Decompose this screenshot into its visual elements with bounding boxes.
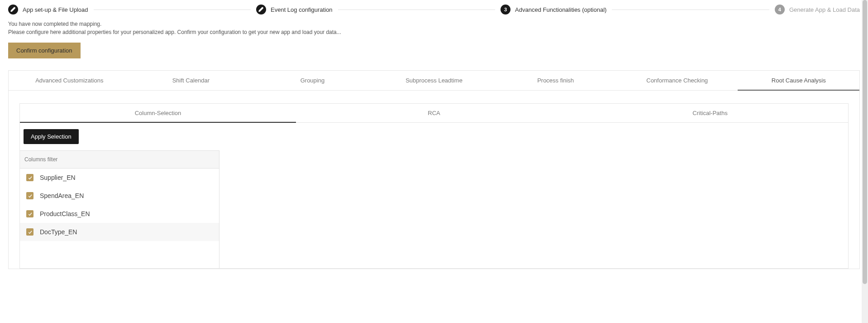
step-1-label: App set-up & File Upload [23,6,88,13]
checkbox-checked-icon[interactable] [26,228,33,236]
step-3-label: Advanced Functionalities (optional) [515,6,606,13]
column-label: ProductClass_EN [40,210,90,217]
inner-panel: Column-Selection RCA Critical-Paths Appl… [19,103,849,269]
tab-rca[interactable]: RCA [296,104,572,122]
inner-tabs: Column-Selection RCA Critical-Paths [20,104,848,123]
intro-section: You have now completed the mapping. Plea… [0,20,868,58]
intro-line-2: Please configure here additional propert… [8,28,860,36]
apply-selection-button[interactable]: Apply Selection [24,129,79,144]
tab-subprocess-leadtime[interactable]: Subprocess Leadtime [373,71,495,90]
step-1[interactable]: App set-up & File Upload [8,5,88,14]
step-connector [338,10,495,10]
tab-grouping[interactable]: Grouping [252,71,373,90]
step-number-icon: 4 [775,5,785,14]
step-connector [612,10,769,10]
step-2[interactable]: Event Log configuration [256,5,333,14]
column-row[interactable]: ProductClass_EN [20,205,219,223]
tab-advanced-customizations[interactable]: Advanced Customizations [9,71,130,90]
step-3[interactable]: 3 Advanced Functionalities (optional) [501,5,606,14]
column-row[interactable]: SpendArea_EN [20,187,219,205]
step-number-icon: 3 [501,5,510,14]
column-row[interactable]: Supplier_EN [20,169,219,187]
main-panel: Advanced Customizations Shift Calendar G… [8,70,860,269]
pencil-icon [256,5,266,14]
tab-critical-paths[interactable]: Critical-Paths [572,104,848,122]
tab-shift-calendar[interactable]: Shift Calendar [130,71,252,90]
apply-row: Apply Selection [20,123,848,150]
column-label: DocType_EN [40,228,77,236]
scrollbar-thumb[interactable] [863,0,867,269]
tab-process-finish[interactable]: Process finish [495,71,616,90]
columns-panel: Columns filter Supplier_EN SpendArea_EN … [20,150,219,268]
outer-tabs: Advanced Customizations Shift Calendar G… [9,71,859,91]
column-row[interactable]: DocType_EN [20,223,219,241]
vertical-scrollbar[interactable] [862,0,868,269]
wizard-stepper: App set-up & File Upload Event Log confi… [0,0,868,20]
step-4-label: Generate App & Load Data [789,6,860,13]
step-connector [94,10,251,10]
checkbox-checked-icon[interactable] [26,174,33,181]
pencil-icon [8,5,18,14]
column-label: Supplier_EN [40,174,76,181]
step-4[interactable]: 4 Generate App & Load Data [775,5,860,14]
checkbox-checked-icon[interactable] [26,210,33,217]
checkbox-checked-icon[interactable] [26,192,33,199]
confirm-configuration-button[interactable]: Confirm configuration [8,43,81,58]
step-2-label: Event Log configuration [271,6,333,13]
columns-filter-header: Columns filter [20,151,219,169]
tab-conformance-checking[interactable]: Conformance Checking [616,71,738,90]
column-label: SpendArea_EN [40,192,84,199]
tab-column-selection[interactable]: Column-Selection [20,104,296,122]
tab-root-cause-analysis[interactable]: Root Cause Analysis [738,71,859,90]
intro-line-1: You have now completed the mapping. [8,20,860,28]
